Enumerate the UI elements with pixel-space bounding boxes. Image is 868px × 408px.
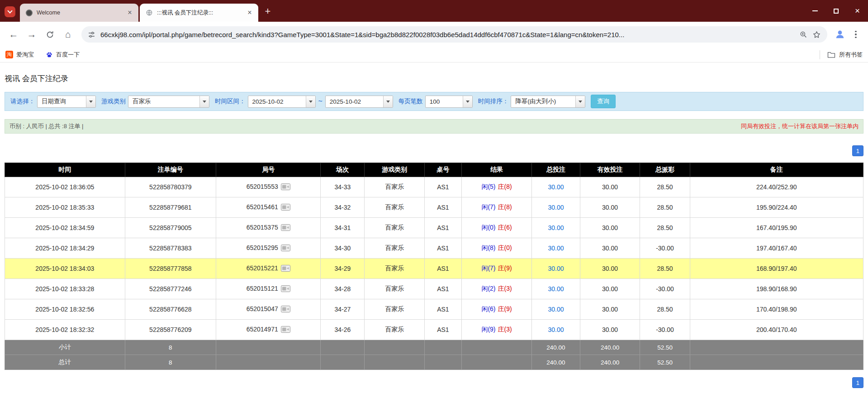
table-body: 2025-10-02 18:36:05522858780379652015553… bbox=[5, 177, 863, 340]
video-icon[interactable] bbox=[281, 245, 290, 253]
summary-currency-text: 币别 : 人民币 | 总共 :8 注单 | bbox=[9, 122, 84, 130]
cell-total-bet: 30.00 bbox=[532, 238, 580, 259]
result-player: 闲(6) bbox=[481, 305, 495, 312]
total-count: 8 bbox=[125, 355, 216, 370]
dropdown-arrow-icon[interactable] bbox=[383, 96, 393, 107]
result-player: 闲(0) bbox=[481, 224, 495, 231]
total-bet-link[interactable]: 30.00 bbox=[548, 224, 564, 231]
cell-time: 2025-10-02 18:34:59 bbox=[5, 218, 125, 238]
cell-game-type: 百家乐 bbox=[365, 279, 425, 299]
sort-select[interactable]: 降幂(由大到小) bbox=[511, 96, 585, 108]
total-bet-link[interactable]: 30.00 bbox=[548, 326, 564, 333]
cell-valid-bet: 30.00 bbox=[580, 320, 640, 340]
baidu-icon bbox=[46, 51, 53, 58]
minimize-button[interactable] bbox=[804, 0, 825, 22]
cell-payout: -30.00 bbox=[640, 320, 690, 340]
browser-menu-icon[interactable] bbox=[849, 28, 863, 41]
cell-game-type: 百家乐 bbox=[365, 299, 425, 320]
table-row: 2025-10-02 18:32:32522858776209652014971… bbox=[5, 320, 863, 340]
column-header: 备注 bbox=[690, 163, 863, 177]
cell-round: 652014971 bbox=[216, 320, 321, 340]
tab-welcome[interactable]: Welcome × bbox=[20, 4, 138, 22]
subtotal-valid-bet: 240.00 bbox=[580, 340, 640, 355]
page-1-button[interactable]: 1 bbox=[852, 145, 863, 156]
cell-table-no: AS1 bbox=[425, 177, 462, 197]
total-bet-link[interactable]: 30.00 bbox=[548, 265, 564, 272]
cell-total-bet: 30.00 bbox=[532, 320, 580, 340]
new-tab-button[interactable]: + bbox=[261, 5, 275, 19]
total-bet-link[interactable]: 30.00 bbox=[548, 306, 564, 313]
cell-bet-id: 522858778383 bbox=[125, 238, 216, 259]
column-header: 游戏类别 bbox=[365, 163, 425, 177]
tab-close-icon[interactable]: × bbox=[126, 9, 134, 17]
page-1-button[interactable]: 1 bbox=[852, 377, 863, 388]
query-button[interactable]: 查询 bbox=[591, 95, 616, 108]
cell-table-no: AS1 bbox=[425, 279, 462, 299]
back-button[interactable]: ← bbox=[5, 26, 22, 43]
video-icon[interactable] bbox=[281, 285, 290, 293]
game-type-label: 游戏类别 bbox=[101, 97, 126, 106]
date-to-select[interactable]: 2025-10-02 bbox=[325, 96, 393, 108]
video-icon[interactable] bbox=[281, 183, 290, 192]
total-label: 总计 bbox=[5, 355, 125, 370]
total-bet-link[interactable]: 30.00 bbox=[548, 204, 564, 211]
round-number: 652015553 bbox=[247, 183, 278, 190]
cell-bet-id: 522858776628 bbox=[125, 299, 216, 320]
dropdown-arrow-icon[interactable] bbox=[463, 96, 472, 107]
summary-bar: 币别 : 人民币 | 总共 :8 注单 | 同局有效投注，统一计算在该局第一张注… bbox=[5, 119, 863, 134]
bookmark-star-icon[interactable] bbox=[812, 30, 821, 39]
page-title: 视讯 会员下注纪录 bbox=[5, 73, 863, 84]
table-row: 2025-10-02 18:35:33522858779681652015461… bbox=[5, 197, 863, 218]
cell-table-no: AS1 bbox=[425, 218, 462, 238]
welcome-tab-favicon bbox=[26, 10, 33, 16]
video-icon[interactable] bbox=[281, 204, 290, 212]
folder-icon bbox=[827, 51, 835, 58]
bookmark-baidu[interactable]: 百度一下 bbox=[46, 51, 80, 59]
close-window-button[interactable]: × bbox=[847, 0, 868, 22]
dropdown-arrow-icon[interactable] bbox=[306, 96, 315, 107]
cell-game-type: 百家乐 bbox=[365, 177, 425, 197]
cell-session: 34-33 bbox=[321, 177, 365, 197]
date-from-select[interactable]: 2025-10-02 bbox=[248, 96, 316, 108]
tab-close-icon[interactable]: × bbox=[246, 9, 254, 17]
home-button[interactable]: ⌂ bbox=[60, 26, 76, 43]
cell-bet-id: 522858779005 bbox=[125, 218, 216, 238]
tab-search-icon[interactable] bbox=[5, 6, 15, 17]
dropdown-arrow-icon[interactable] bbox=[199, 96, 209, 107]
video-icon[interactable] bbox=[281, 306, 290, 314]
cell-table-no: AS1 bbox=[425, 197, 462, 218]
maximize-button[interactable] bbox=[825, 0, 847, 22]
total-bet-link[interactable]: 30.00 bbox=[548, 245, 564, 252]
bookmark-aitaobao[interactable]: 淘 爱淘宝 bbox=[5, 51, 34, 59]
video-icon[interactable] bbox=[281, 224, 290, 232]
total-bet-link[interactable]: 30.00 bbox=[548, 183, 564, 191]
round-number: 652015375 bbox=[247, 224, 278, 231]
cell-result: 闲(6)庄(9) bbox=[461, 299, 532, 320]
profile-avatar-icon[interactable] bbox=[833, 27, 847, 42]
dropdown-arrow-icon[interactable] bbox=[575, 96, 585, 107]
address-bar[interactable]: 66cxkj98.com/ipl/portal.php/game/betreco… bbox=[81, 26, 827, 43]
total-bet-link[interactable]: 30.00 bbox=[548, 285, 564, 293]
game-type-select[interactable]: 百家乐 bbox=[128, 96, 209, 108]
sort-label: 时间排序： bbox=[478, 97, 509, 106]
site-settings-icon[interactable] bbox=[88, 31, 95, 38]
dropdown-arrow-icon[interactable] bbox=[86, 96, 95, 107]
table-row: 2025-10-02 18:34:03522858777858652015221… bbox=[5, 259, 863, 279]
video-icon[interactable] bbox=[281, 326, 290, 334]
zoom-icon[interactable] bbox=[799, 30, 807, 38]
forward-button[interactable]: → bbox=[24, 26, 40, 43]
query-type-select[interactable]: 日期查询 bbox=[37, 96, 96, 108]
cell-table-no: AS1 bbox=[425, 320, 462, 340]
cell-note: 195.90/224.40 bbox=[690, 197, 863, 218]
video-icon[interactable] bbox=[281, 265, 290, 273]
result-player: 闲(7) bbox=[481, 264, 495, 272]
per-page-select[interactable]: 100 bbox=[425, 96, 473, 108]
reload-button[interactable] bbox=[42, 26, 58, 43]
all-bookmarks-button[interactable]: 所有书签 bbox=[820, 50, 863, 59]
round-number: 652015047 bbox=[247, 305, 278, 312]
cell-table-no: AS1 bbox=[425, 238, 462, 259]
result-banker: 庄(8) bbox=[498, 183, 512, 190]
tab-bet-records[interactable]: :::视讯 会员下注纪录::: × bbox=[140, 4, 258, 22]
column-header: 总派彩 bbox=[640, 163, 690, 177]
url-text[interactable]: 66cxkj98.com/ipl/portal.php/game/betreco… bbox=[100, 31, 794, 38]
